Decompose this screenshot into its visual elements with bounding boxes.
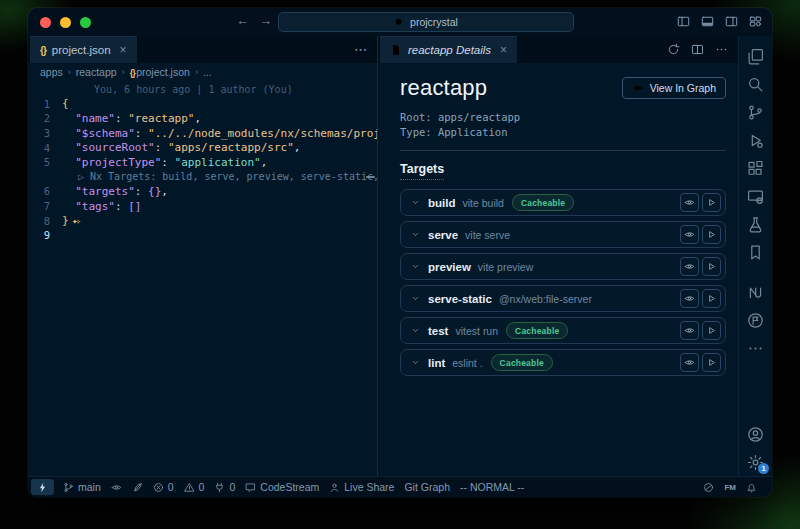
target-run-button[interactable] (702, 321, 721, 340)
target-command: @nx/web:file-server (499, 293, 592, 305)
layout-sidebar-right-icon (725, 15, 738, 28)
target-row-test[interactable]: testvitest runCacheable (400, 317, 726, 344)
traffic-minimize-button[interactable] (60, 17, 71, 28)
feather-extension[interactable] (127, 477, 148, 497)
chevron-down-icon (410, 293, 421, 304)
layout-sidebar-right-icon[interactable] (725, 15, 738, 28)
more-actions-icon[interactable]: ⋯ (354, 42, 367, 57)
refresh-icon (667, 43, 680, 56)
nx-targets-codelens[interactable]: ▷ Nx Targets: build, serve, preview, ser… (62, 171, 377, 182)
layout-panel-icon[interactable] (701, 15, 714, 28)
nx-console-icon[interactable] (739, 278, 772, 306)
target-inspect-button[interactable] (680, 353, 699, 372)
errors[interactable]: 0 (148, 477, 179, 497)
remote-explorer-icon (747, 188, 764, 205)
chevron-down-icon[interactable] (410, 229, 421, 240)
eye-icon (684, 197, 695, 208)
target-command: vitest run (455, 325, 498, 337)
explorer-icon (747, 48, 764, 65)
account-icon[interactable] (739, 420, 772, 448)
target-row-build[interactable]: buildvite buildCacheable (400, 189, 726, 216)
codestream[interactable]: CodeStream (240, 477, 324, 497)
close-tab-icon[interactable]: × (500, 43, 507, 57)
chevron-down-icon[interactable] (410, 197, 421, 208)
breadcrumb-item-projectjson[interactable]: {} project.json (130, 66, 190, 78)
target-inspect-button[interactable] (680, 225, 699, 244)
line-content: { (62, 97, 377, 110)
chevron-down-icon[interactable] (410, 261, 421, 272)
close-tab-icon[interactable]: × (120, 43, 127, 57)
target-actions (680, 193, 721, 212)
chevron-down-icon (410, 261, 421, 272)
more-views-icon[interactable] (739, 334, 772, 362)
target-inspect-button[interactable] (680, 193, 699, 212)
target-run-button[interactable] (702, 353, 721, 372)
vim-mode[interactable]: -- NORMAL -- (455, 477, 529, 497)
settings-gear-icon[interactable]: 1 (739, 448, 772, 476)
layout-customize-icon[interactable] (749, 15, 762, 28)
command-center-search[interactable]: projcrystal (278, 12, 574, 32)
testing-flask-icon[interactable] (739, 210, 772, 238)
remote-explorer-icon[interactable] (739, 182, 772, 210)
warnings[interactable]: 0 (179, 477, 210, 497)
line-number: 9 (28, 229, 62, 241)
breadcrumb-item-reactapp[interactable]: reactapp (76, 66, 117, 78)
search-icon (747, 76, 764, 93)
forward-arrow-icon[interactable]: → (259, 13, 272, 28)
code-line: 3 "$schema": "../../node_modules/nx/sche… (28, 126, 377, 141)
breadcrumb-item-apps[interactable]: apps (40, 66, 63, 78)
traffic-close-button[interactable] (40, 17, 51, 28)
toggle-blame-eye[interactable] (106, 477, 127, 497)
extensions-icon[interactable] (739, 154, 772, 182)
explorer-icon[interactable] (739, 42, 772, 70)
layout-sidebar-left-icon[interactable] (677, 15, 690, 28)
live-share[interactable]: Live Share (324, 477, 399, 497)
target-inspect-button[interactable] (680, 289, 699, 308)
target-inspect-button[interactable] (680, 321, 699, 340)
chevron-down-icon[interactable] (410, 325, 421, 336)
search-icon[interactable] (739, 70, 772, 98)
run-debug-icon[interactable] (739, 126, 772, 154)
scrollbar-marker[interactable] (366, 176, 375, 178)
tab-project-json[interactable]: {} project.json × (30, 36, 137, 63)
traffic-zoom-button[interactable] (80, 17, 91, 28)
editor-group-left: {} project.json × ⋯ apps›reactapp›{} pro… (28, 36, 378, 476)
git-branch[interactable]: main (58, 477, 106, 497)
live-share-icon (329, 482, 340, 493)
notifications-bell[interactable] (741, 482, 762, 493)
source-control-icon[interactable] (739, 98, 772, 126)
git-graph[interactable]: Git Graph (399, 477, 455, 497)
line-number: 4 (28, 142, 62, 154)
target-row-serve-static[interactable]: serve-static@nx/web:file-server (400, 285, 726, 312)
target-row-preview[interactable]: previewvite preview (400, 253, 726, 280)
chevron-down-icon[interactable] (410, 293, 421, 304)
target-run-button[interactable] (702, 225, 721, 244)
tab-reactapp-details[interactable]: reactapp Details × (380, 36, 517, 63)
split-editor-icon[interactable] (691, 43, 704, 56)
breadcrumb-item-[interactable]: ... (203, 66, 212, 78)
errors-icon (153, 482, 164, 493)
chevron-down-icon[interactable] (410, 357, 421, 368)
target-row-serve[interactable]: servevite serve (400, 221, 726, 248)
do-not-disturb[interactable] (698, 482, 719, 493)
more-actions-icon[interactable] (715, 43, 728, 56)
remote-indicator[interactable] (31, 479, 54, 495)
target-inspect-button[interactable] (680, 257, 699, 276)
cacheable-badge: Cacheable (491, 354, 553, 371)
vim-mode-label: -- NORMAL -- (460, 481, 524, 493)
target-run-button[interactable] (702, 257, 721, 276)
gitlens-icon[interactable] (739, 306, 772, 334)
target-run-button[interactable] (702, 289, 721, 308)
code-line: 1{ (28, 97, 377, 112)
bookmarks-icon[interactable] (739, 238, 772, 266)
code-editor[interactable]: You, 6 hours ago | 1 author (You)1{2 "na… (28, 80, 377, 476)
fm-indicator[interactable]: FM (719, 483, 741, 492)
view-in-graph-button[interactable]: View In Graph (622, 77, 726, 99)
back-arrow-icon[interactable]: ← (236, 13, 249, 28)
target-row-lint[interactable]: linteslint .Cacheable (400, 349, 726, 376)
ports[interactable]: 0 (209, 477, 240, 497)
target-run-button[interactable] (702, 193, 721, 212)
eye-icon (632, 82, 644, 94)
refresh-icon[interactable] (667, 43, 680, 56)
errors-label: 0 (168, 481, 174, 493)
